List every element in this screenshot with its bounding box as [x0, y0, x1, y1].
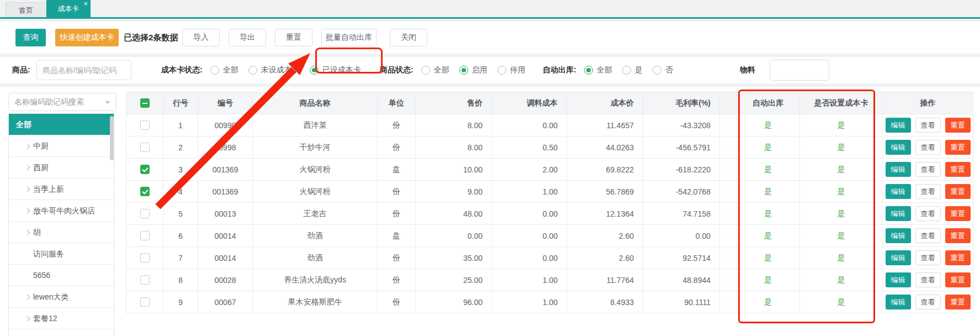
edit-button[interactable]: 编辑 [886, 272, 911, 287]
row-checkbox[interactable] [140, 231, 150, 240]
view-button[interactable]: 查看 [915, 295, 941, 309]
view-button[interactable]: 查看 [915, 250, 941, 265]
radio-option-全部[interactable]: 全部 [210, 65, 239, 75]
material-input[interactable] [770, 60, 829, 81]
reset-row-button[interactable]: 重置 [945, 272, 971, 287]
select-all-checkbox[interactable] [140, 98, 150, 108]
view-button[interactable]: 查看 [915, 140, 941, 155]
tab-bar: 首页 成本卡 × [0, 0, 980, 17]
row-checkbox[interactable] [140, 253, 150, 262]
cell-row_no: 1 [163, 114, 198, 136]
radio-selected-icon[interactable] [584, 66, 593, 75]
import-button[interactable]: 导入 [182, 29, 220, 46]
quick-create-cost-card-button[interactable]: 快速创建成本卡 [55, 29, 119, 46]
sidebar-item-西厨[interactable]: 西厨 [9, 157, 114, 179]
filter-bar: 商品: 成本卡状态:全部未设成本卡已设成本卡 商品状态:全部启用停用 自动出库:… [0, 57, 980, 83]
radio-option-否[interactable]: 否 [653, 65, 673, 75]
sidebar-item-中厨[interactable]: 中厨 [9, 135, 114, 157]
chevron-right-icon [25, 165, 30, 171]
sidebar-item-lewen大类[interactable]: lewen大类 [9, 286, 114, 308]
sidebar-item-全部[interactable]: 全部 [9, 114, 114, 135]
query-button[interactable]: 查询 [15, 29, 46, 46]
view-button[interactable]: 查看 [915, 272, 941, 287]
category-search-select[interactable]: 名称编码助记码搜索 [8, 93, 116, 111]
sidebar-item-套餐12[interactable]: 套餐12 [9, 308, 114, 329]
radio-option-全部[interactable]: 全部 [421, 65, 449, 75]
view-button[interactable]: 查看 [915, 206, 941, 221]
row-checkbox[interactable] [140, 143, 150, 152]
edit-button[interactable]: 编辑 [886, 118, 911, 133]
table-row: 4001369火锅河粉份9.001.0056.7869-542.0768是是编辑… [126, 181, 973, 203]
radio-option-已设成本卡[interactable]: 已设成本卡 [310, 65, 361, 75]
cell-seasoning_cost: 0.50 [492, 136, 567, 159]
edit-button[interactable]: 编辑 [886, 162, 911, 177]
row-checkbox[interactable] [140, 275, 150, 285]
reset-row-button[interactable]: 重置 [945, 295, 971, 309]
table-row: 100990西洋菜份8.000.0011.4657-43.3208是是编辑查看重… [126, 114, 973, 136]
reset-row-button[interactable]: 重置 [945, 118, 971, 133]
row-checkbox[interactable] [140, 165, 150, 174]
sidebar-scrollbar[interactable] [110, 116, 114, 160]
main-content: 名称编码助记码搜索 全部中厨西厨当季上新放牛哥牛肉火锅店胡访问服务5656lew… [0, 87, 980, 336]
radio-unselected-icon[interactable] [210, 66, 219, 75]
column-header-gross_margin: 毛利率(%) [643, 92, 720, 114]
edit-button[interactable]: 编辑 [886, 184, 911, 199]
radio-option-全部[interactable]: 全部 [584, 65, 612, 75]
reset-row-button[interactable]: 重置 [945, 184, 971, 199]
reset-button[interactable]: 重置 [275, 29, 312, 46]
radio-unselected-icon[interactable] [248, 66, 257, 75]
close-button[interactable]: 关闭 [390, 29, 427, 46]
reset-row-button[interactable]: 重置 [945, 250, 971, 265]
radio-option-停用[interactable]: 停用 [497, 65, 526, 75]
row-checkbox[interactable] [140, 297, 150, 307]
product-search-input[interactable] [36, 60, 131, 80]
cell-gross_margin: 74.7158 [643, 203, 720, 225]
radio-unselected-icon[interactable] [653, 66, 661, 75]
radio-option-label: 停用 [510, 65, 526, 75]
batch-auto-outbound-button[interactable]: 批量自动出库 [321, 29, 377, 46]
sidebar-item-胡[interactable]: 胡 [9, 222, 114, 243]
radio-selected-icon[interactable] [459, 66, 468, 75]
view-button[interactable]: 查看 [915, 118, 941, 133]
reset-row-button[interactable]: 重置 [945, 228, 971, 243]
cell-code: 00013 [198, 203, 253, 225]
radio-option-未设成本卡[interactable]: 未设成本卡 [248, 65, 300, 75]
radio-unselected-icon[interactable] [421, 66, 430, 75]
radio-selected-icon[interactable] [310, 66, 319, 75]
cell-gross_margin: -618.2220 [643, 159, 720, 181]
edit-button[interactable]: 编辑 [886, 206, 911, 221]
radio-unselected-icon[interactable] [497, 66, 506, 75]
edit-button[interactable]: 编辑 [886, 250, 911, 265]
tab-cost-card[interactable]: 成本卡 × [46, 0, 91, 17]
cell-select [126, 136, 163, 159]
view-button[interactable]: 查看 [915, 228, 941, 243]
edit-button[interactable]: 编辑 [886, 228, 911, 243]
export-button[interactable]: 导出 [229, 29, 266, 46]
close-icon[interactable]: × [83, 0, 88, 12]
view-button[interactable]: 查看 [915, 184, 941, 199]
view-button[interactable]: 查看 [915, 162, 941, 177]
cell-select [126, 114, 163, 136]
tab-home[interactable]: 首页 [6, 2, 46, 17]
row-checkbox[interactable] [140, 187, 150, 196]
reset-row-button[interactable]: 重置 [945, 162, 971, 177]
radio-option-启用[interactable]: 启用 [459, 65, 488, 75]
column-header-select[interactable] [126, 92, 163, 114]
reset-row-button[interactable]: 重置 [945, 206, 971, 221]
cell-row_no: 9 [163, 291, 198, 313]
radio-option-label: 启用 [472, 65, 488, 75]
row-checkbox[interactable] [140, 209, 150, 218]
row-checkbox[interactable] [140, 120, 150, 130]
sidebar-item-5656[interactable]: 5656 [9, 265, 114, 286]
cell-auto_outbound: 是 [737, 114, 800, 136]
sidebar-item-放牛哥牛肉火锅店[interactable]: 放牛哥牛肉火锅店 [9, 200, 114, 222]
cell-ops: 编辑查看重置 [883, 136, 973, 159]
cell-cost_price: 12.1364 [567, 203, 643, 225]
radio-unselected-icon[interactable] [622, 66, 631, 75]
edit-button[interactable]: 编辑 [886, 140, 911, 155]
sidebar-item-当季上新[interactable]: 当季上新 [9, 179, 114, 200]
sidebar-item-访问服务[interactable]: 访问服务 [9, 243, 114, 265]
radio-option-是[interactable]: 是 [622, 65, 643, 75]
reset-row-button[interactable]: 重置 [945, 140, 971, 155]
edit-button[interactable]: 编辑 [886, 295, 911, 309]
